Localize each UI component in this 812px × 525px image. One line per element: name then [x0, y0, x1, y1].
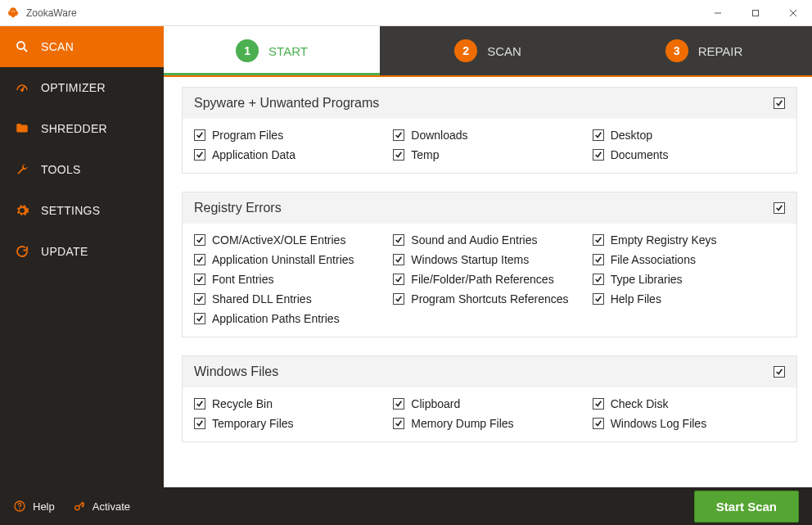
- minimize-button[interactable]: [699, 0, 737, 25]
- sidebar-item-optimizer[interactable]: OPTIMIZER: [0, 67, 164, 108]
- option-checkbox[interactable]: [194, 274, 205, 285]
- option-row: Program Shortcuts References: [393, 292, 585, 305]
- section: Registry ErrorsCOM/ActiveX/OLE EntriesAp…: [182, 192, 797, 337]
- refresh-icon: [15, 244, 29, 259]
- footer-bar: Help Activate Start Scan: [0, 487, 812, 525]
- option-row: Desktop: [593, 129, 785, 142]
- option-label: Recycle Bin: [212, 397, 273, 410]
- option-row: Help Files: [593, 292, 785, 305]
- tab-repair[interactable]: 3 REPAIR: [596, 26, 812, 75]
- option-label: Shared DLL Entries: [212, 292, 312, 305]
- tab-label: START: [268, 44, 308, 58]
- svg-point-12: [74, 505, 79, 509]
- window-controls: [699, 0, 812, 25]
- sidebar-item-scan[interactable]: SCAN: [0, 26, 164, 67]
- option-checkbox[interactable]: [393, 398, 404, 410]
- sidebar-item-update[interactable]: UPDATE: [0, 231, 164, 272]
- sidebar-item-label: SETTINGS: [41, 204, 100, 217]
- wrench-icon: [15, 162, 29, 177]
- option-checkbox[interactable]: [593, 149, 604, 161]
- option-checkbox[interactable]: [194, 149, 205, 161]
- option-checkbox[interactable]: [194, 234, 205, 246]
- option-checkbox[interactable]: [194, 254, 205, 265]
- option-label: Program Files: [212, 129, 283, 142]
- option-row: Windows Log Files: [593, 417, 785, 430]
- section-master-checkbox[interactable]: [774, 97, 785, 109]
- option-checkbox[interactable]: [593, 398, 604, 410]
- option-label: Memory Dump Files: [411, 417, 513, 430]
- search-icon: [15, 39, 29, 54]
- sidebar-item-settings[interactable]: SETTINGS: [0, 190, 164, 231]
- gear-icon: [15, 203, 29, 218]
- help-label: Help: [33, 500, 55, 513]
- option-label: Windows Log Files: [611, 417, 707, 430]
- option-checkbox[interactable]: [393, 149, 404, 161]
- help-link[interactable]: Help: [13, 500, 55, 513]
- option-checkbox[interactable]: [593, 129, 604, 141]
- option-checkbox[interactable]: [393, 129, 404, 141]
- option-row: Shared DLL Entries: [194, 292, 386, 305]
- option-label: Application Paths Entries: [212, 312, 340, 325]
- main-panel: 1 START 2 SCAN 3 REPAIR Spyware + Unwant…: [164, 26, 812, 487]
- option-label: Font Entries: [212, 273, 273, 286]
- sidebar-item-tools[interactable]: TOOLS: [0, 149, 164, 190]
- option-label: Temporary Files: [212, 417, 294, 430]
- option-row: Application Paths Entries: [194, 312, 386, 325]
- option-checkbox[interactable]: [593, 254, 604, 265]
- help-icon: [13, 500, 26, 513]
- tab-scan[interactable]: 2 SCAN: [380, 26, 596, 75]
- option-checkbox[interactable]: [593, 234, 604, 246]
- option-label: Empty Registry Keys: [611, 233, 717, 247]
- option-row: Application Data: [194, 148, 386, 161]
- section-master-checkbox[interactable]: [774, 202, 785, 214]
- option-checkbox[interactable]: [393, 234, 404, 246]
- tab-number: 3: [665, 39, 688, 62]
- section-title: Spyware + Unwanted Programs: [194, 96, 379, 111]
- option-label: File Associations: [611, 253, 696, 266]
- option-checkbox[interactable]: [593, 418, 604, 429]
- option-label: Downloads: [411, 129, 467, 142]
- option-checkbox[interactable]: [593, 293, 604, 305]
- maximize-button[interactable]: [737, 0, 774, 25]
- svg-point-1: [14, 11, 16, 12]
- option-row: File Associations: [593, 253, 785, 266]
- start-scan-button[interactable]: Start Scan: [694, 491, 799, 523]
- option-checkbox[interactable]: [393, 293, 404, 305]
- option-label: Check Disk: [611, 397, 669, 410]
- sidebar-item-shredder[interactable]: SHREDDER: [0, 108, 164, 149]
- option-checkbox[interactable]: [194, 313, 205, 324]
- option-label: Documents: [611, 148, 669, 161]
- gauge-icon: [15, 80, 29, 95]
- option-label: Application Data: [212, 148, 295, 161]
- section-master-checkbox[interactable]: [774, 366, 785, 378]
- section-body: Recycle BinTemporary FilesClipboardMemor…: [183, 387, 796, 441]
- activate-label: Activate: [92, 500, 130, 513]
- option-label: Program Shortcuts References: [411, 292, 568, 305]
- section-title: Registry Errors: [194, 201, 282, 215]
- option-checkbox[interactable]: [393, 254, 404, 265]
- scan-options-scroll[interactable]: Spyware + Unwanted ProgramsProgram Files…: [164, 75, 812, 487]
- tab-start[interactable]: 1 START: [164, 26, 380, 75]
- option-row: Documents: [593, 148, 785, 161]
- option-row: Check Disk: [593, 397, 785, 410]
- sidebar: SCAN OPTIMIZER SHREDDER TOOLS SETTINGS U…: [0, 26, 164, 487]
- option-checkbox[interactable]: [194, 418, 205, 429]
- sidebar-item-label: OPTIMIZER: [41, 81, 106, 94]
- activate-link[interactable]: Activate: [73, 500, 130, 513]
- option-checkbox[interactable]: [194, 398, 205, 410]
- option-checkbox[interactable]: [393, 418, 404, 429]
- section-header: Windows Files: [183, 356, 796, 387]
- option-checkbox[interactable]: [194, 129, 205, 141]
- option-checkbox[interactable]: [393, 274, 404, 285]
- option-label: Windows Startup Items: [411, 253, 529, 266]
- option-checkbox[interactable]: [194, 293, 205, 305]
- option-checkbox[interactable]: [593, 274, 604, 285]
- section-header: Spyware + Unwanted Programs: [183, 88, 796, 119]
- close-button[interactable]: [774, 0, 812, 25]
- tab-number: 2: [454, 39, 477, 62]
- tab-label: SCAN: [487, 44, 521, 58]
- option-label: Clipboard: [411, 397, 460, 410]
- section-body: Program FilesApplication DataDownloadsTe…: [183, 119, 796, 173]
- svg-point-0: [11, 11, 13, 12]
- svg-point-11: [19, 509, 20, 510]
